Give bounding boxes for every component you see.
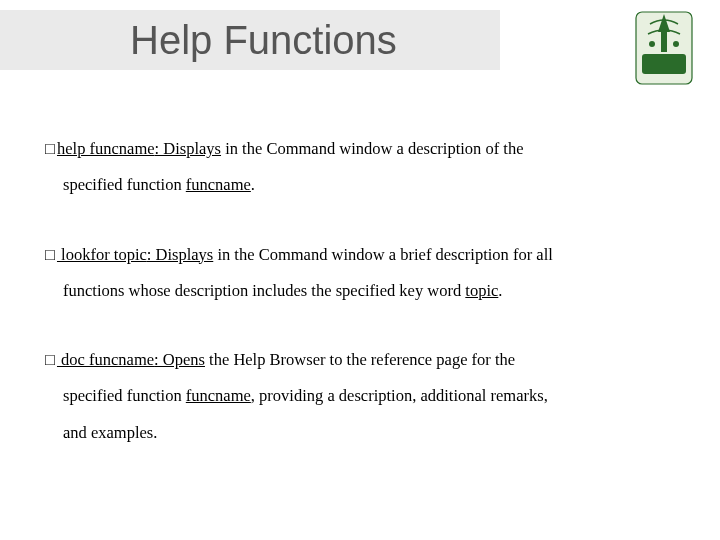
text-seg: the Help Browser to the reference page f… [205, 350, 515, 369]
text-seg: in the Command window a brief descriptio… [213, 245, 553, 264]
bullet-doc: □ doc funcname: Opens the Help Browser t… [45, 341, 670, 451]
square-bullet: □ [45, 245, 55, 263]
text-seg: : Displays [147, 245, 213, 264]
cmd-help: help funcname [57, 139, 155, 158]
text-continuation: specified function funcname, providing a… [45, 378, 670, 414]
university-logo [628, 4, 700, 92]
text-seg: and examples. [63, 423, 157, 442]
text-seg: . [251, 175, 255, 194]
square-bullet: □ [45, 139, 55, 157]
svg-rect-2 [661, 28, 667, 52]
text-seg: functions whose description includes the… [63, 281, 465, 300]
cmd-funcname: funcname [186, 386, 251, 405]
page-title: Help Functions [130, 18, 397, 63]
cmd-doc: doc funcname [57, 350, 154, 369]
text-continuation: functions whose description includes the… [45, 273, 670, 309]
text-continuation: specified function funcname. [45, 167, 670, 203]
text-seg: : Displays [155, 139, 221, 158]
svg-point-3 [649, 41, 655, 47]
text-continuation: and examples. [45, 415, 670, 451]
text-seg: , providing a description, additional re… [251, 386, 548, 405]
svg-point-4 [673, 41, 679, 47]
text-seg: . [498, 281, 502, 300]
text-seg: specified function [63, 386, 186, 405]
bullet-help: □help funcname: Displays in the Command … [45, 130, 670, 204]
content-body: □help funcname: Displays in the Command … [45, 130, 670, 483]
bullet-lookfor: □ lookfor topic: Displays in the Command… [45, 236, 670, 310]
cmd-topic: topic [465, 281, 498, 300]
text-seg: specified function [63, 175, 186, 194]
svg-rect-1 [642, 54, 686, 74]
square-bullet: □ [45, 350, 55, 368]
cmd-funcname: funcname [186, 175, 251, 194]
cmd-lookfor: lookfor topic [57, 245, 147, 264]
text-seg: : Opens [154, 350, 205, 369]
title-bar: Help Functions [0, 10, 500, 70]
text-seg: in the Command window a description of t… [221, 139, 523, 158]
